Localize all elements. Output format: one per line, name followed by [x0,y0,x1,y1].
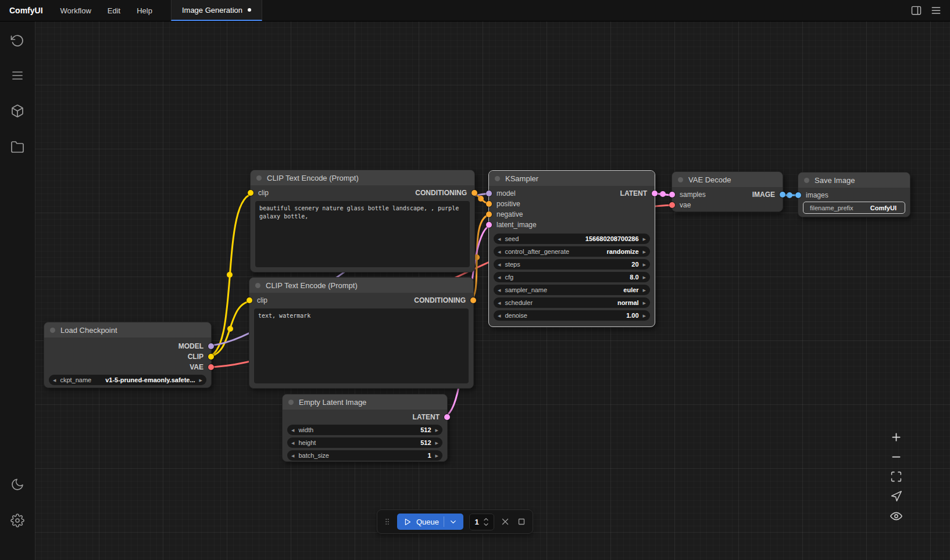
seed-widget[interactable]: ◀ seed 156680208700286 ▶ [494,234,650,244]
denoise-widget[interactable]: ◀ denoise 1.00 ▶ [494,310,650,321]
prev-value-icon[interactable]: ◀ [498,250,501,254]
cfg-widget[interactable]: ◀ cfg 8.0 ▶ [494,272,650,282]
output-slot-image[interactable] [780,192,785,198]
stop-icon[interactable] [516,516,527,527]
panel-toggle-icon[interactable] [910,5,922,16]
node-title-bar[interactable]: KSampler [489,171,655,186]
input-slot-positive[interactable] [486,201,492,207]
input-slot-images[interactable] [795,192,801,198]
next-value-icon[interactable]: ▶ [435,441,438,445]
node-clip-text-encode-positive[interactable]: CLIP Text Encode (Prompt) clip CONDITION… [250,170,475,272]
node-ksampler[interactable]: KSampler model LATENT positive negative … [488,170,655,327]
prev-value-icon[interactable]: ◀ [291,428,294,432]
output-slot-latent[interactable] [444,414,450,420]
hamburger-menu-icon[interactable] [930,5,942,16]
queue-count-input[interactable]: 1 [469,514,494,530]
menu-edit[interactable]: Edit [99,0,128,21]
positive-prompt-textarea[interactable]: beautiful scenery nature glass bottle la… [255,201,470,267]
ckpt-name-widget[interactable]: ◀ ckpt_name v1-5-pruned-emaonly.safete..… [49,375,206,385]
control-after-generate-widget[interactable]: ◀ control_after_generate randomize ▶ [494,246,650,257]
eye-icon[interactable] [890,510,902,522]
next-value-icon[interactable]: ▶ [643,288,646,292]
zoom-in-icon[interactable] [890,431,902,443]
node-title-bar[interactable]: Load Checkpoint [44,322,211,338]
scheduler-widget[interactable]: ◀ scheduler normal ▶ [494,297,650,308]
node-title-bar[interactable]: Save Image [798,173,910,188]
next-value-icon[interactable]: ▶ [643,275,646,279]
node-vae-decode[interactable]: VAE Decode samples IMAGE vae [672,171,783,212]
collapse-dot[interactable] [288,400,294,405]
fit-view-icon[interactable] [890,471,902,483]
prev-value-icon[interactable]: ◀ [498,288,501,292]
zoom-out-icon[interactable] [890,451,902,463]
output-slot-vae[interactable] [208,364,214,370]
workflow-history-icon[interactable] [10,34,24,48]
batch-size-widget[interactable]: ◀ batch_size 1 ▶ [287,450,442,461]
steps-widget[interactable]: ◀ steps 20 ▶ [494,259,650,270]
node-load-checkpoint[interactable]: Load Checkpoint MODEL CLIP VAE ◀ ckpt [44,322,212,388]
node-title-bar[interactable]: VAE Decode [672,172,783,187]
next-value-icon[interactable]: ▶ [199,378,202,382]
input-slot-clip[interactable] [247,297,252,303]
pointer-mode-icon[interactable] [890,490,902,502]
workflow-tab[interactable]: Image Generation [171,0,262,21]
collapse-dot[interactable] [256,175,262,181]
collapse-dot[interactable] [678,177,683,182]
node-title-bar[interactable]: Empty Latent Image [283,394,447,410]
queue-count-value[interactable]: 1 [474,518,480,526]
settings-gear-icon[interactable] [10,514,24,527]
prev-value-icon[interactable]: ◀ [498,263,501,267]
next-value-icon[interactable]: ▶ [643,314,646,318]
negative-prompt-textarea[interactable]: text, watermark [254,308,469,383]
input-slot-latent-image[interactable] [486,222,492,228]
increment-icon[interactable] [483,517,490,522]
theme-toggle-moon-icon[interactable] [10,478,24,491]
next-value-icon[interactable]: ▶ [435,428,438,432]
node-library-icon[interactable] [10,69,24,82]
next-value-icon[interactable]: ▶ [643,237,646,241]
input-slot-model[interactable] [486,191,492,196]
prev-value-icon[interactable]: ◀ [498,237,501,241]
node-empty-latent-image[interactable]: Empty Latent Image LATENT ◀ width 512 ▶ … [282,394,448,462]
collapse-dot[interactable] [804,178,809,183]
prev-value-icon[interactable]: ◀ [53,378,56,382]
node-clip-text-encode-negative[interactable]: CLIP Text Encode (Prompt) clip CONDITION… [249,277,474,389]
collapse-dot[interactable] [50,328,55,333]
width-widget[interactable]: ◀ width 512 ▶ [287,425,442,435]
next-value-icon[interactable]: ▶ [435,454,438,458]
next-value-icon[interactable]: ▶ [643,263,646,267]
output-slot-latent[interactable] [652,191,658,196]
model-library-icon[interactable] [10,104,24,118]
node-save-image[interactable]: Save Image images filename_prefix ComfyU… [798,172,910,217]
filename-prefix-widget[interactable]: filename_prefix ComfyUI [803,202,905,214]
prev-value-icon[interactable]: ◀ [498,275,501,279]
clear-queue-icon[interactable] [500,516,510,527]
input-slot-samples[interactable] [669,192,675,198]
output-slot-conditioning[interactable] [470,297,476,303]
chevron-down-icon[interactable] [449,518,458,526]
node-title-bar[interactable]: CLIP Text Encode (Prompt) [251,170,474,185]
next-value-icon[interactable]: ▶ [643,250,646,254]
menu-help[interactable]: Help [128,0,160,21]
output-slot-conditioning[interactable] [472,190,477,196]
queue-button[interactable]: Queue [397,514,463,530]
prev-value-icon[interactable]: ◀ [291,441,294,445]
prev-value-icon[interactable]: ◀ [498,301,501,305]
next-value-icon[interactable]: ▶ [643,301,646,305]
output-slot-clip[interactable] [208,354,214,360]
output-slot-model[interactable] [208,343,214,349]
workflows-folder-icon[interactable] [10,140,24,154]
decrement-icon[interactable] [483,522,490,527]
sampler-name-widget[interactable]: ◀ sampler_name euler ▶ [494,285,650,295]
input-slot-vae[interactable] [669,202,675,208]
height-widget[interactable]: ◀ height 512 ▶ [287,437,442,448]
collapse-dot[interactable] [255,283,260,288]
prev-value-icon[interactable]: ◀ [291,454,294,458]
input-slot-negative[interactable] [486,211,492,217]
drag-handle-icon[interactable] [383,516,391,527]
menu-workflow[interactable]: Workflow [52,0,99,21]
prev-value-icon[interactable]: ◀ [498,314,501,318]
input-slot-clip[interactable] [248,190,253,196]
collapse-dot[interactable] [495,176,500,181]
node-title-bar[interactable]: CLIP Text Encode (Prompt) [249,278,473,293]
